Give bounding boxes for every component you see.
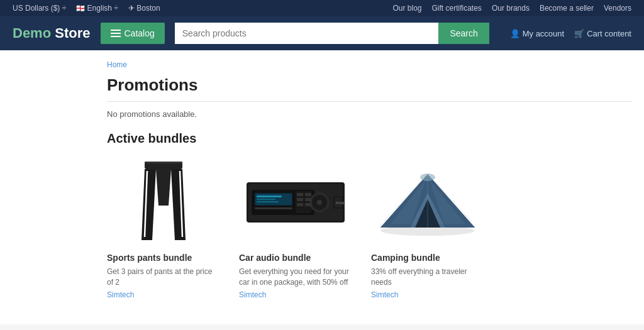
my-account-link[interactable]: 👤 My account — [510, 29, 564, 38]
svg-text:PIONEER: PIONEER — [336, 201, 346, 205]
logo-demo: Demo — [13, 25, 51, 41]
our-brands-link[interactable]: Our brands — [492, 4, 530, 13]
bundle-desc-car-audio: Get everything you need for your car in … — [239, 267, 352, 288]
bundle-name-tent: Camping bundle — [371, 253, 484, 263]
svg-rect-20 — [305, 198, 311, 201]
logo-store: Store — [55, 25, 90, 41]
bundle-card-pants[interactable]: Sports pants bundle Get 3 pairs of pants… — [107, 158, 220, 299]
become-seller-link[interactable]: Become a seller — [540, 4, 594, 13]
svg-rect-17 — [297, 193, 303, 196]
main-content: Home Promotions No promotions available.… — [0, 50, 644, 324]
breadcrumb: Home — [107, 60, 631, 69]
bundle-vendor-car-audio[interactable]: Simtech — [239, 290, 352, 299]
top-bar-right: Our blog Gift certificates Our brands Be… — [392, 4, 631, 13]
svg-rect-12 — [255, 207, 292, 209]
bundle-card-tent[interactable]: Camping bundle 33% off everything a trav… — [371, 158, 484, 299]
svg-point-30 — [420, 173, 435, 181]
svg-point-16 — [317, 200, 322, 205]
bundle-name-car-audio: Car audio bundle — [239, 253, 352, 263]
header: Demo Store Catalog Search 👤 My account 🛒… — [0, 16, 644, 50]
search-button[interactable]: Search — [438, 23, 489, 44]
bundle-desc-tent: 33% off everything a traveler needs — [371, 267, 484, 288]
bundles-grid: Sports pants bundle Get 3 pairs of pants… — [107, 158, 631, 299]
bundle-vendor-pants[interactable]: Simtech — [107, 290, 220, 299]
page-title: Promotions — [107, 75, 631, 102]
svg-rect-18 — [305, 193, 311, 196]
gift-certificates-link[interactable]: Gift certificates — [432, 4, 482, 13]
search-input[interactable] — [175, 23, 439, 44]
home-link[interactable]: Home — [107, 60, 127, 69]
bundle-vendor-tent[interactable]: Simtech — [371, 290, 484, 299]
svg-rect-9 — [257, 195, 282, 197]
cart-icon: 🛒 — [574, 29, 584, 38]
bundle-name-pants: Sports pants bundle — [107, 253, 220, 263]
bundle-card-car-audio[interactable]: PIONEER Car audio bundle Get everything … — [239, 158, 352, 299]
bundle-image-tent — [371, 158, 484, 246]
our-blog-link[interactable]: Our blog — [392, 4, 421, 13]
svg-rect-10 — [257, 199, 275, 200]
top-bar-left: US Dollars ($) ÷ 🏴󠁧󠁢󠁥󠁮󠁧󠁿 English ÷ ✈ Bos… — [13, 4, 160, 13]
currency-selector[interactable]: US Dollars ($) ÷ — [13, 4, 66, 13]
catalog-button[interactable]: Catalog — [101, 23, 165, 44]
svg-rect-22 — [305, 203, 311, 206]
search-bar: Search — [175, 23, 489, 44]
hamburger-icon — [111, 30, 121, 37]
no-promotions-text: No promotions available. — [107, 109, 631, 119]
svg-rect-3 — [145, 162, 182, 163]
language-selector[interactable]: 🏴󠁧󠁢󠁥󠁮󠁧󠁿 English ÷ — [76, 4, 118, 13]
top-bar: US Dollars ($) ÷ 🏴󠁧󠁢󠁥󠁮󠁧󠁿 English ÷ ✈ Bos… — [0, 0, 644, 16]
location-indicator: ✈ Boston — [128, 4, 160, 13]
header-right: 👤 My account 🛒 Cart content — [510, 29, 631, 38]
stay-connected-section: Stay Connected Subscribe and stay tuned … — [0, 324, 644, 330]
logo[interactable]: Demo Store — [13, 25, 91, 41]
svg-rect-19 — [297, 198, 303, 201]
svg-rect-11 — [257, 201, 279, 202]
vendors-link[interactable]: Vendors — [604, 4, 631, 13]
account-icon: 👤 — [510, 29, 520, 38]
bundle-image-car-audio: PIONEER — [239, 158, 352, 246]
bundle-desc-pants: Get 3 pairs of pants at the price of 2 — [107, 267, 220, 288]
svg-rect-21 — [297, 203, 303, 206]
bundle-image-pants — [107, 158, 220, 246]
cart-link[interactable]: 🛒 Cart content — [574, 29, 631, 38]
active-bundles-title: Active bundles — [107, 131, 631, 146]
